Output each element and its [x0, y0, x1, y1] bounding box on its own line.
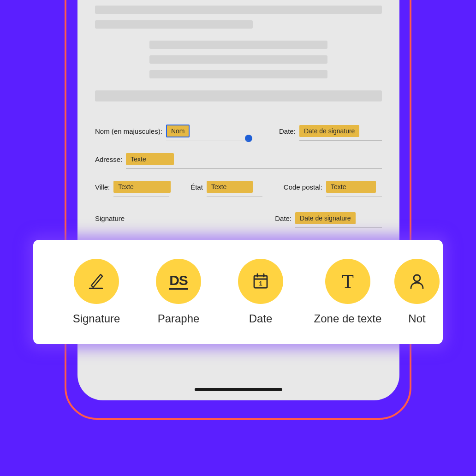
person-icon — [394, 259, 440, 304]
label-name: Nom (en majuscules): — [95, 127, 162, 135]
document-placeholder-block — [95, 41, 382, 78]
form-row-city-state-postal: Ville: Texte État Texte Code postal: Tex… — [95, 181, 382, 193]
selection-handle-icon[interactable] — [245, 135, 252, 142]
placeholder-line — [149, 41, 327, 49]
placeholder-line — [149, 55, 327, 64]
label-signature: Signature — [95, 214, 125, 222]
initials-icon: DS — [156, 259, 201, 304]
calendar-icon: 1 — [238, 259, 283, 304]
placeholder-line — [95, 20, 253, 29]
toolbar-date-button[interactable]: 1 Date — [220, 259, 302, 325]
field-state[interactable]: Texte — [207, 181, 253, 193]
signature-icon — [74, 259, 119, 304]
form-row-signature-date: Signature Date: Date de signature — [95, 212, 382, 224]
label-address: Adresse: — [95, 155, 122, 163]
toolbar-note-button[interactable]: Not — [394, 259, 440, 325]
toolbar-item-label: Paraphe — [158, 312, 200, 325]
document-placeholder-block — [95, 90, 382, 101]
toolbar-item-label: Not — [408, 312, 425, 325]
placeholder-line — [95, 90, 382, 101]
label-city: Ville: — [95, 183, 110, 191]
form-row-name-date: Nom (en majuscules): Nom Date: Date de s… — [95, 125, 382, 137]
form-row-address: Adresse: Texte — [95, 153, 382, 165]
form-fields-area: Nom (en majuscules): Nom Date: Date de s… — [95, 125, 382, 224]
home-indicator[interactable] — [195, 388, 282, 391]
toolbar-textbox-button[interactable]: T Zone de texte — [302, 259, 394, 325]
field-toolbar: Signature DS Paraphe 1 Date T Zone de te… — [33, 240, 443, 344]
label-postal: Code postal: — [284, 183, 322, 191]
label-date: Date: — [279, 127, 296, 135]
field-date-signed-2[interactable]: Date de signature — [295, 212, 356, 224]
toolbar-item-label: Signature — [73, 312, 120, 325]
placeholder-line — [95, 6, 382, 14]
toolbar-signature-button[interactable]: Signature — [55, 259, 137, 325]
document-placeholder-block — [95, 0, 382, 29]
label-state: État — [190, 183, 203, 191]
toolbar-initials-button[interactable]: DS Paraphe — [137, 259, 220, 325]
text-icon: T — [325, 259, 370, 304]
field-city[interactable]: Texte — [113, 181, 171, 193]
toolbar-item-label: Zone de texte — [314, 312, 382, 325]
svg-point-5 — [414, 275, 420, 281]
label-date2: Date: — [275, 214, 292, 222]
field-address[interactable]: Texte — [126, 153, 174, 165]
field-name[interactable]: Nom — [166, 125, 190, 137]
field-date-signed[interactable]: Date de signature — [299, 125, 360, 137]
field-postal[interactable]: Texte — [326, 181, 376, 193]
toolbar-item-label: Date — [249, 312, 273, 325]
svg-text:1: 1 — [259, 280, 262, 287]
placeholder-line — [149, 70, 327, 78]
